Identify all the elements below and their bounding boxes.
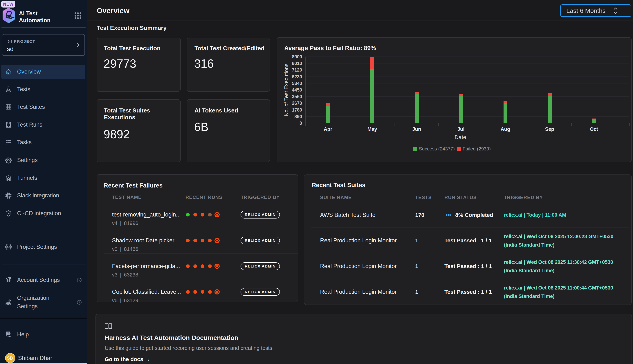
svg-text:?: ? xyxy=(7,332,9,335)
